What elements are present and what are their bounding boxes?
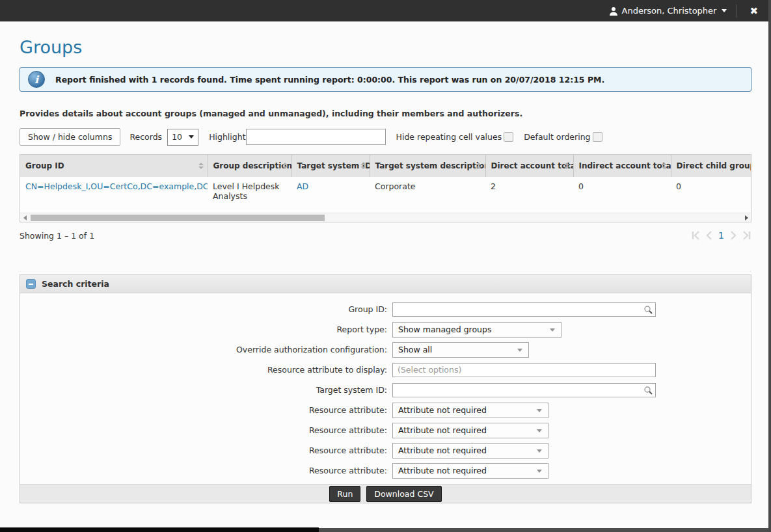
cell-target-system-description: Corporate [370,177,485,213]
hide-repeating-label: Hide repeating cell values [396,132,502,142]
target-system-id-input[interactable] [392,383,656,397]
resource-attribute-select-3[interactable]: Attribute not required [392,443,548,459]
column-header-target-system-id[interactable]: Target system ID [291,155,370,177]
form-row-target-system-id: Target system ID: [20,380,751,400]
showing-count: Showing 1 – 1 of 1 [20,231,94,241]
report-type-label: Report type: [20,325,392,334]
sort-icon [476,163,481,169]
page-title: Groups [20,37,751,57]
form-row-resource-attribute-3: Resource attribute: Attribute not requir… [20,440,751,460]
previous-page-icon[interactable] [705,231,712,240]
hide-repeating-checkbox[interactable] [504,132,513,142]
form-row-override-authorization: Override authorization configuration: Sh… [20,339,751,360]
cell-direct-account-total: 2 [485,177,573,213]
default-ordering-group: Default ordering [524,132,602,142]
page-number[interactable]: 1 [717,230,725,241]
resource-attribute-display-input[interactable] [392,363,656,377]
default-ordering-checkbox[interactable] [593,132,602,142]
sort-icon [662,163,667,169]
search-icon[interactable] [643,305,653,316]
resource-attribute-select-1[interactable]: Attribute not required [392,403,548,418]
sort-icon [360,163,366,169]
scroll-left-arrow-icon[interactable] [20,215,29,220]
page-vertical-scrollbar[interactable] [768,0,771,532]
group-id-input[interactable] [392,302,656,317]
run-button[interactable]: Run [329,486,360,502]
resource-attribute-label: Resource attribute: [20,425,392,435]
resource-attribute-select-4[interactable]: Attribute not required [392,463,548,479]
report-type-select[interactable]: Show managed groups [392,322,561,338]
group-id-label: Group ID: [20,304,392,314]
form-row-group-id: Group ID: [20,299,751,319]
table-row: CN=Helpdesk_I,OU=CertCo,DC=example,DC=lo… [20,177,751,213]
column-header-direct-child-group-total[interactable]: Direct child group total [671,155,751,177]
chevron-down-icon [537,470,542,473]
chevron-down-icon [189,135,194,139]
table-header-row: Group ID Group description Target system… [20,155,751,177]
show-hide-columns-button[interactable]: Show / hide columns [20,128,120,146]
collapse-icon[interactable] [26,279,36,289]
resource-attribute-label: Resource attribute: [20,405,392,415]
chevron-down-icon [537,429,542,432]
page-horizontal-scrollbar-thumb[interactable] [0,527,319,532]
search-criteria-header[interactable]: Search criteria [20,275,751,293]
target-system-id-label: Target system ID: [20,385,392,395]
table-toolbar: Show / hide columns Records 10 Highlight… [20,128,751,146]
resource-attribute-select-2[interactable]: Attribute not required [392,423,548,438]
download-csv-button[interactable]: Download CSV [366,486,441,502]
user-icon [609,7,618,16]
scroll-right-arrow-icon[interactable] [742,215,751,220]
highlight-label: Highlight [209,132,245,142]
resource-attribute-display-label: Resource attribute to display: [20,365,392,375]
report-description: Provides details about account groups (m… [20,109,751,118]
highlight-input[interactable] [246,129,386,145]
search-criteria-footer: Run Download CSV [20,484,751,503]
resource-attribute-label: Resource attribute: [20,446,392,455]
last-page-icon[interactable] [742,231,751,240]
search-icon[interactable] [643,386,653,397]
column-header-direct-account-total[interactable]: Direct account total [485,155,573,177]
cell-direct-child-group-total: 0 [671,177,751,213]
search-criteria-panel: Search criteria Group ID: Report type: S… [20,274,751,503]
table-horizontal-scrollbar[interactable] [20,213,751,222]
form-row-report-type: Report type: Show managed groups [20,319,751,339]
top-bar: Anderson, Christopher ✖ [0,0,771,21]
cell-group-description: Level I Helpdesk Analysts [208,177,291,213]
column-header-group-description[interactable]: Group description [208,155,291,177]
next-page-icon[interactable] [730,231,737,240]
records-select-value: 10 [172,132,182,142]
scrollbar-thumb[interactable] [31,215,325,221]
info-icon: i [28,71,45,88]
form-row-resource-attribute-4: Resource attribute: Attribute not requir… [20,460,751,481]
user-menu[interactable]: Anderson, Christopher [609,6,727,16]
column-header-target-system-description[interactable]: Target system description [370,155,485,177]
column-header-group-id[interactable]: Group ID [20,155,208,177]
override-authorization-label: Override authorization configuration: [20,345,392,354]
sort-icon [564,163,569,169]
column-header-indirect-account-total[interactable]: Indirect account total [573,155,671,177]
chevron-down-icon [537,449,542,453]
first-page-icon[interactable] [691,231,701,240]
page-horizontal-scrollbar[interactable] [0,528,771,532]
close-icon[interactable]: ✖ [746,5,762,17]
form-row-resource-attribute-1: Resource attribute: Attribute not requir… [20,400,751,420]
target-system-id-link[interactable]: AD [297,181,308,191]
main-content: Groups i Report finished with 1 records … [20,37,751,503]
user-name: Anderson, Christopher [622,6,717,16]
info-banner-message: Report finished with 1 records found. Ti… [55,75,604,85]
scrollbar-track[interactable] [29,214,742,222]
resource-attribute-label: Resource attribute: [20,466,392,475]
search-criteria-body: Group ID: Report type: Show managed grou… [20,293,751,484]
form-row-resource-attribute-display: Resource attribute to display: [20,360,751,380]
default-ordering-label: Default ordering [524,132,590,142]
status-row: Showing 1 – 1 of 1 1 [20,230,751,241]
chevron-down-icon [537,409,542,412]
records-label: Records [129,132,162,142]
pagination: 1 [691,230,751,241]
records-select[interactable]: 10 [167,129,198,146]
group-id-link[interactable]: CN=Helpdesk_I,OU=CertCo,DC=example,DC=lo… [25,181,208,191]
sort-icon [282,163,288,169]
override-authorization-select[interactable]: Show all [392,342,529,358]
sort-icon [198,163,204,169]
hide-repeating-group: Hide repeating cell values [396,132,514,142]
